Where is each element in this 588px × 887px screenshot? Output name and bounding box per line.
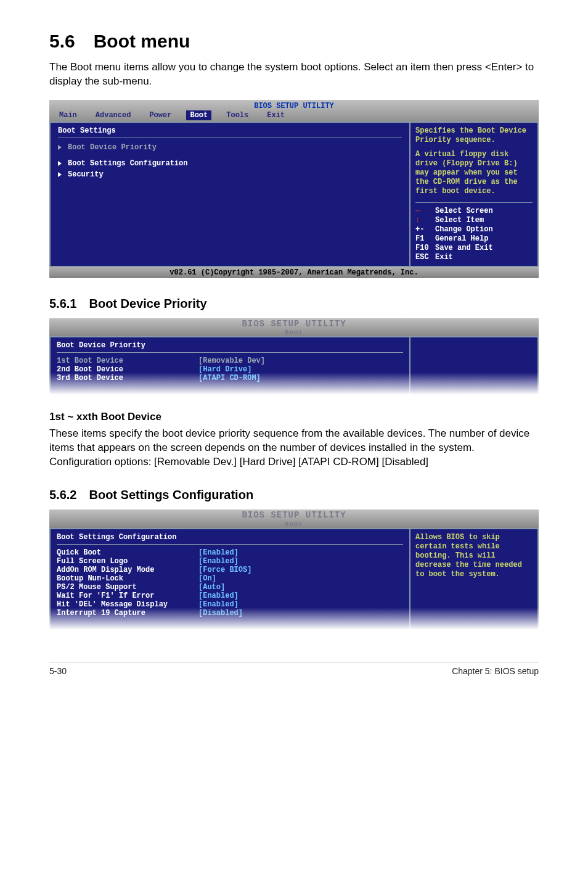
bios-panel-title: Boot Device Priority — [57, 341, 403, 353]
hint-key: F1 — [415, 234, 431, 244]
bios-title: BIOS SETUP UTILITY — [49, 320, 539, 329]
bios-help-panel — [409, 336, 539, 396]
menu-security[interactable]: Security — [58, 169, 402, 180]
bios-help-panel: Specifies the Boot Device Priority seque… — [409, 122, 539, 267]
menu-boot-device-priority[interactable]: Boot Device Priority — [58, 142, 402, 153]
hint-exit: Exit — [435, 253, 453, 262]
subsection-5-6-1: 5.6.1 Boot Device Priority — [49, 297, 539, 311]
bios-title: BIOS SETUP UTILITY — [49, 511, 539, 520]
bios-left-panel: Boot Device Priority 1st Boot Device [Re… — [49, 336, 409, 396]
row-label: Wait For 'F1' If Error — [57, 592, 198, 600]
bios-screenshot-boot-settings-config: BIOS SETUP UTILITY Boot Boot Settings Co… — [49, 510, 539, 630]
row-value: [Enabled] — [198, 548, 239, 557]
caret-icon — [58, 161, 62, 166]
row-value: [Enabled] — [198, 557, 239, 566]
setting-row[interactable]: AddOn ROM Display Mode[Force BIOS] — [57, 566, 403, 574]
help-text-2: A virtual floppy disk drive (Floppy Driv… — [415, 150, 533, 196]
setting-row[interactable]: Wait For 'F1' If Error[Enabled] — [57, 592, 403, 600]
row-value: [Force BIOS] — [198, 566, 251, 574]
paragraph-title: 1st ~ xxth Boot Device — [49, 411, 539, 423]
arrows-ud-icon: ↕ — [415, 216, 431, 225]
row-value: [Removable Dev] — [198, 357, 265, 365]
menu-label: Boot Settings Configuration — [68, 159, 187, 168]
section-intro: The Boot menu items allow you to change … — [49, 60, 539, 89]
row-label: Full Screen Logo — [57, 557, 198, 566]
hint-key: +- — [415, 225, 431, 234]
tab-tools[interactable]: Tools — [223, 110, 252, 120]
menu-boot-settings-configuration[interactable]: Boot Settings Configuration — [58, 158, 402, 169]
tab-power[interactable]: Power — [145, 110, 175, 120]
setting-row[interactable]: Interrupt 19 Capture[Disabled] — [57, 609, 403, 617]
boot-device-row[interactable]: 1st Boot Device [Removable Dev] — [57, 357, 403, 365]
help-text: Allows BIOS to skip certain tests while … — [415, 533, 533, 579]
chapter-label: Chapter 5: BIOS setup — [452, 666, 539, 676]
tab-exit[interactable]: Exit — [263, 110, 288, 120]
bios-panel-title: Boot Settings Configuration — [57, 533, 403, 545]
bios-left-panel: Boot Settings Configuration Quick Boot[E… — [49, 528, 409, 631]
bios-screenshot-boot-device-priority: BIOS SETUP UTILITY Boot Boot Device Prio… — [49, 318, 539, 396]
tab-main[interactable]: Main — [55, 110, 81, 120]
bios-screenshot-boot-menu: BIOS SETUP UTILITY Main Advanced Power B… — [49, 100, 539, 278]
tab-advanced[interactable]: Advanced — [92, 110, 135, 120]
row-value: [Enabled] — [198, 600, 239, 609]
bios-tab-bar: Main Advanced Power Boot Tools Exit — [49, 110, 539, 122]
bios-title: BIOS SETUP UTILITY — [49, 100, 539, 110]
row-label: AddOn ROM Display Mode — [57, 566, 198, 574]
hint-select-item: Select Item — [435, 216, 484, 225]
bios-active-tab: Boot — [49, 521, 539, 528]
hint-key: ESC — [415, 253, 431, 262]
arrows-lr-icon: ↔ — [415, 207, 431, 216]
setting-row[interactable]: Quick Boot[Enabled] — [57, 548, 403, 557]
row-label: Hit 'DEL' Message Display — [57, 600, 198, 609]
page-number: 5-30 — [49, 666, 67, 676]
row-value: [Auto] — [198, 583, 225, 592]
boot-device-row[interactable]: 2nd Boot Device [Hard Drive] — [57, 365, 403, 374]
setting-row[interactable]: PS/2 Mouse Support[Auto] — [57, 583, 403, 592]
menu-label: Boot Device Priority — [68, 143, 157, 152]
row-label: 2nd Boot Device — [57, 365, 198, 374]
row-value: [Disabled] — [198, 609, 243, 617]
bios-help-panel: Allows BIOS to skip certain tests while … — [409, 528, 539, 631]
row-label: 1st Boot Device — [57, 357, 198, 365]
hint-general-help: General Help — [435, 234, 488, 244]
hint-select-screen: Select Screen — [435, 207, 493, 216]
bios-active-tab: Boot — [49, 329, 539, 336]
row-value: [On] — [198, 574, 216, 583]
footer-rule — [49, 662, 539, 662]
tab-boot[interactable]: Boot — [186, 110, 211, 120]
setting-row[interactable]: Hit 'DEL' Message Display[Enabled] — [57, 600, 403, 609]
help-text-1: Specifies the Boot Device Priority seque… — [415, 126, 533, 145]
key-hints: ↔Select Screen ↕Select Item +-Change Opt… — [415, 207, 533, 262]
boot-device-row[interactable]: 3rd Boot Device [ATAPI CD-ROM] — [57, 374, 403, 382]
row-value: [Enabled] — [198, 592, 239, 600]
paragraph-body: These items specify the boot device prio… — [49, 427, 539, 469]
caret-icon — [58, 172, 62, 177]
caret-icon — [58, 145, 62, 150]
row-value: [ATAPI CD-ROM] — [198, 374, 261, 382]
row-label: PS/2 Mouse Support — [57, 583, 198, 592]
subsection-5-6-2: 5.6.2 Boot Settings Configuration — [49, 488, 539, 502]
menu-label: Security — [68, 170, 104, 179]
row-label: 3rd Boot Device — [57, 374, 198, 382]
bios-left-panel: Boot Settings Boot Device Priority Boot … — [49, 122, 409, 267]
hint-key: F10 — [415, 244, 431, 253]
hint-change-option: Change Option — [435, 225, 493, 234]
setting-row[interactable]: Bootup Num-Lock[On] — [57, 574, 403, 583]
row-label: Quick Boot — [57, 548, 198, 557]
row-label: Interrupt 19 Capture — [57, 609, 198, 617]
bios-panel-title: Boot Settings — [58, 126, 402, 138]
section-heading: 5.6 Boot menu — [49, 31, 539, 52]
setting-row[interactable]: Full Screen Logo[Enabled] — [57, 557, 403, 566]
row-value: [Hard Drive] — [198, 365, 251, 374]
row-label: Bootup Num-Lock — [57, 574, 198, 583]
bios-copyright: v02.61 (C)Copyright 1985-2007, American … — [49, 267, 539, 278]
hint-save-exit: Save and Exit — [435, 244, 493, 253]
